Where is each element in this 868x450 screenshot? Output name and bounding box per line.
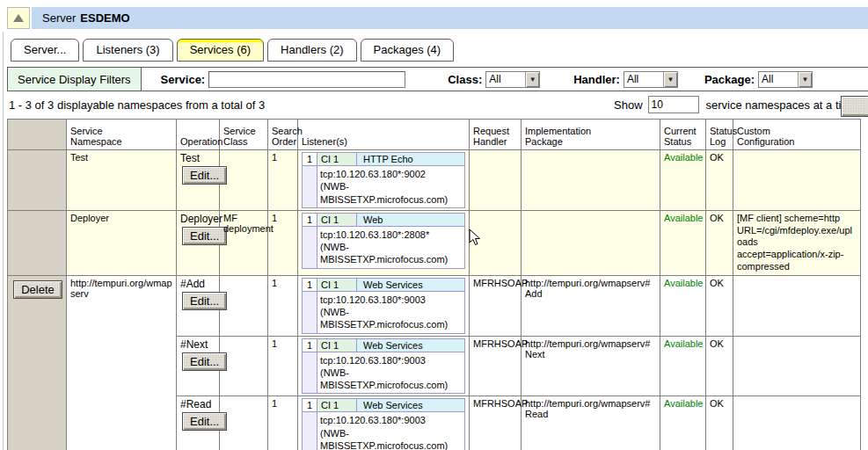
listener-conversation: CI 1	[317, 339, 357, 352]
search-order-cell: 1	[268, 396, 298, 450]
service-filter-input[interactable]	[208, 71, 405, 88]
delete-button[interactable]: Delete	[13, 280, 62, 299]
edit-button[interactable]: Edit...	[182, 227, 227, 245]
tab-services-6[interactable]: Services (6)	[177, 39, 264, 62]
listener-cell: 1CI 1Web Servicestcp:10.120.63.180*:9003…	[298, 336, 470, 396]
server-title: Server ESDEMO	[32, 7, 868, 29]
listener-box: 1CI 1Web Servicestcp:10.120.63.180*:9003…	[302, 338, 465, 395]
chevron-down-icon: ▼	[525, 72, 539, 87]
tab-server[interactable]: Server...	[11, 39, 79, 62]
request-handler-cell: MFRHSOAP	[470, 396, 522, 450]
status-log-cell: OK	[706, 275, 733, 336]
server-header-bar: Server ESDEMO	[7, 7, 868, 29]
class-filter-value: All	[486, 73, 525, 85]
custom-config-cell	[733, 150, 861, 211]
triangle-up-icon	[13, 14, 24, 22]
show-count-group: Show service namespaces at a time	[614, 96, 857, 113]
current-status-cell: Available	[660, 396, 706, 450]
server-title-prefix: Server	[42, 11, 76, 25]
edit-button[interactable]: Edit...	[182, 292, 227, 310]
row-actions-cell: Delete	[8, 275, 67, 450]
listener-box: 1CI 1Web Servicestcp:10.120.63.180*:9003…	[302, 398, 465, 450]
handler-filter-value: All	[624, 73, 663, 85]
column-header-status-log: Status Log	[706, 120, 733, 150]
listener-address: tcp:10.120.63.180*:9003	[320, 414, 462, 426]
listener-host: (NWB-MBISSETXP.microfocus.com)	[320, 367, 462, 392]
show-apply-button[interactable]	[841, 96, 868, 117]
status-log-cell: OK	[706, 210, 733, 275]
listener-name: Web Services	[357, 279, 464, 292]
tab-listeners-3[interactable]: Listeners (3)	[83, 39, 172, 62]
listener-conversation: CI 1	[317, 399, 357, 412]
row-actions-cell	[8, 210, 67, 275]
column-header-service-class: Service Class	[220, 120, 268, 150]
implementation-package-cell: http://tempuri.org/wmapserv#Next	[522, 336, 660, 396]
custom-config-cell	[733, 336, 861, 396]
listener-name: Web	[357, 214, 464, 227]
table-row: DeployerDeployerEdit...MF deployment11CI…	[8, 210, 861, 275]
operation-cell: #NextEdit...	[177, 336, 220, 396]
edit-button[interactable]: Edit...	[182, 352, 227, 371]
package-filter-value: All	[759, 73, 798, 85]
show-count-input[interactable]	[648, 96, 699, 113]
operation-cell: DeployerEdit...	[177, 210, 220, 275]
listener-address: tcp:10.120.63.180*:9003	[320, 294, 462, 306]
listener-box: 1CI 1Webtcp:10.120.63.180*:2808*(NWB-MBI…	[302, 213, 465, 269]
listener-address: tcp:10.120.63.180*:9002	[320, 168, 462, 180]
column-header-search-order: Search Order	[268, 120, 298, 150]
column-header-implementation-package: Implementation Package	[522, 120, 660, 150]
listener-index: 1	[303, 153, 317, 166]
operation-label: #Next	[180, 338, 215, 351]
server-name: ESDEMO	[80, 11, 129, 25]
column-header-request-handler: Request Handler	[470, 120, 522, 150]
listener-cell: 1CI 1Web Servicestcp:10.120.63.180*:9003…	[298, 396, 470, 450]
filter-title: Service Display Filters	[8, 68, 142, 91]
tab-handlers-2[interactable]: Handlers (2)	[267, 39, 357, 62]
listener-name: HTTP Echo	[357, 153, 464, 166]
listener-box: 1CI 1HTTP Echotcp:10.120.63.180*:9002(NW…	[302, 152, 465, 208]
package-filter-label: Package:	[704, 73, 755, 86]
package-filter-select[interactable]: All ▼	[758, 71, 813, 88]
request-handler-cell	[470, 150, 522, 211]
listener-cell: 1CI 1HTTP Echotcp:10.120.63.180*:9002(NW…	[298, 150, 470, 211]
column-header-custom-configuration: Custom Configuration	[733, 120, 861, 150]
tab-packages-4[interactable]: Packages (4)	[361, 39, 455, 62]
page: Server ESDEMO Server...Listeners (3)Serv…	[7, 7, 868, 450]
search-order-cell: 1	[268, 336, 298, 396]
edit-button[interactable]: Edit...	[182, 412, 227, 431]
listener-address: tcp:10.120.63.180*:2808*	[320, 229, 462, 241]
tab-bar: Server...Listeners (3)Services (6)Handle…	[7, 39, 868, 62]
request-handler-cell: MFRHSOAP	[470, 275, 522, 336]
service-display-filters-bar: Service Display Filters Service: Class: …	[7, 67, 868, 91]
listener-box: 1CI 1Web Servicestcp:10.120.63.180*:9003…	[302, 278, 465, 334]
listener-endpoint: tcp:10.120.63.180*:9003(NWB-MBISSETXP.mi…	[317, 412, 464, 450]
implementation-package-cell: http://tempuri.org/wmapserv#Add	[522, 275, 660, 336]
pagination-row: 1 - 3 of 3 displayable namespaces from a…	[7, 91, 868, 118]
listener-endpoint: tcp:10.120.63.180*:9003(NWB-MBISSETXP.mi…	[317, 352, 464, 394]
listener-index: 1	[303, 339, 317, 352]
operation-cell: TestEdit...	[177, 150, 220, 211]
namespace-cell: Deployer	[67, 210, 177, 275]
operation-label: #Read	[180, 398, 215, 410]
operation-cell: #ReadEdit...	[177, 396, 220, 450]
collapse-toggle[interactable]	[7, 7, 30, 29]
page-left-border	[3, 32, 4, 450]
service-filter-label: Service:	[161, 73, 206, 86]
class-filter-select[interactable]: All ▼	[485, 71, 540, 88]
table-row: TestTestEdit...11CI 1HTTP Echotcp:10.120…	[8, 150, 861, 211]
listener-host: (NWB-MBISSETXP.microfocus.com)	[320, 180, 462, 206]
listener-name: Web Services	[357, 399, 464, 412]
handler-filter-select[interactable]: All ▼	[624, 71, 678, 88]
current-status-cell: Available	[660, 150, 706, 211]
listener-address: tcp:10.120.63.180*:9003	[320, 354, 462, 367]
operation-label: #Add	[180, 278, 215, 290]
search-order-cell: 1	[268, 275, 298, 336]
current-status-cell: Available	[660, 336, 706, 396]
namespace-cell: Test	[67, 150, 177, 211]
show-label: Show	[614, 98, 643, 112]
listener-gutter	[303, 292, 317, 333]
edit-button[interactable]: Edit...	[182, 166, 227, 185]
current-status-cell: Available	[660, 210, 706, 275]
column-header-blank	[8, 120, 67, 150]
search-order-cell: 1	[268, 210, 298, 275]
